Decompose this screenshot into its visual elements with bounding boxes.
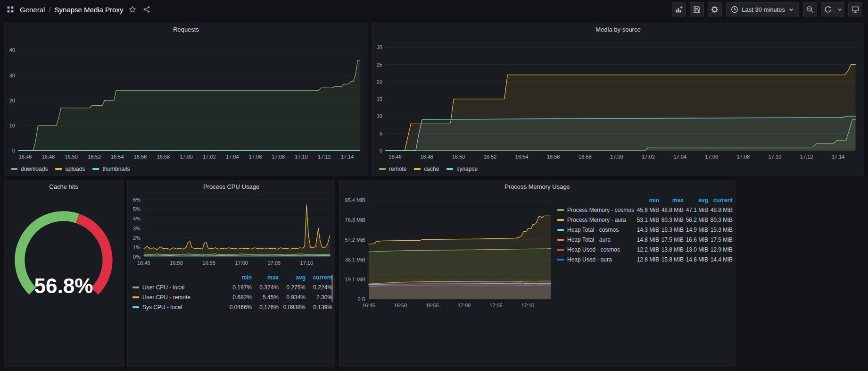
svg-text:16:55: 16:55	[426, 303, 439, 308]
svg-text:2%: 2%	[133, 235, 141, 241]
panel-requests: Requests 01020304016:4616:4816:5016:5216…	[4, 23, 368, 176]
legend-series-label[interactable]: User CPU - local	[132, 284, 225, 291]
legend-scrollbar[interactable]	[331, 275, 333, 302]
memory-legend-table: minmaxavgcurrentProcess Memory - cosmos4…	[557, 195, 733, 264]
svg-text:16:58: 16:58	[579, 154, 592, 160]
dashboard-title[interactable]: Synapse Media Proxy	[55, 6, 124, 14]
svg-text:17:12: 17:12	[800, 154, 813, 160]
svg-text:20: 20	[9, 98, 15, 103]
svg-text:17:00: 17:00	[458, 303, 471, 308]
zoom-out-button[interactable]	[803, 2, 817, 17]
legend-column-avg[interactable]: avg	[279, 274, 306, 281]
share-icon[interactable]	[142, 6, 151, 13]
legend-row: Sys CPU - local0.0466%0.176%0.0938%0.139…	[132, 302, 332, 312]
legend-column-avg[interactable]: avg	[684, 197, 708, 203]
memory-svg: 0 B19.1 MiB38.1 MiB57.2 MiB76.3 MiB95.4 …	[342, 192, 554, 311]
legend-value: 0.176%	[252, 304, 279, 311]
svg-text:16:48: 16:48	[42, 154, 55, 160]
svg-text:16:46: 16:46	[389, 154, 402, 160]
svg-text:95.4 MiB: 95.4 MiB	[345, 197, 365, 203]
legend-item[interactable]: synapse	[446, 166, 478, 172]
legend-label-text: Heap Used - aura	[567, 256, 612, 263]
legend-series-label[interactable]: Heap Total - aura	[557, 236, 635, 243]
legend-series-label[interactable]: Sys CPU - local	[132, 304, 225, 311]
legend-item[interactable]: downloads	[11, 166, 48, 172]
media-chart[interactable]: 05101520253016:4616:4816:5016:5216:5416:…	[372, 37, 864, 164]
legend-item[interactable]: thumbnails	[92, 166, 130, 172]
legend-column-current[interactable]: current	[306, 274, 332, 281]
panel-title[interactable]: Cache hits	[4, 180, 123, 194]
requests-svg: 01020304016:4616:4816:5016:5216:5416:561…	[4, 37, 368, 164]
svg-text:16:54: 16:54	[515, 154, 529, 160]
svg-text:17:08: 17:08	[737, 154, 750, 160]
save-dashboard-button[interactable]	[690, 2, 704, 17]
legend-item[interactable]: remote	[379, 166, 406, 172]
requests-chart[interactable]: 01020304016:4616:4816:5016:5216:5416:561…	[4, 37, 368, 164]
top-nav-bar: General / Synapse Media Proxy	[0, 0, 868, 19]
legend-value: 13.8 MiB	[659, 246, 684, 253]
legend-value: 0.197%	[225, 284, 252, 291]
breadcrumb-folder[interactable]: General	[20, 6, 45, 14]
legend-value: 0.682%	[225, 294, 252, 301]
legend-series-label[interactable]: Heap Used - aura	[557, 256, 635, 263]
legend-value: 5.45%	[252, 294, 279, 301]
legend-label: uploads	[65, 166, 85, 172]
cpu-chart[interactable]: 0%1%2%3%4%5%6%16:4516:5016:5517:0017:051…	[128, 193, 335, 268]
svg-text:17:02: 17:02	[203, 154, 216, 160]
legend-row: User CPU - remote0.682%5.45%0.934%2.30%	[132, 292, 332, 302]
star-icon[interactable]	[128, 6, 137, 13]
svg-text:16:58: 16:58	[157, 154, 170, 160]
legend-value: 0.0938%	[279, 304, 306, 311]
memory-chart[interactable]: 0 B19.1 MiB38.1 MiB57.2 MiB76.3 MiB95.4 …	[342, 192, 554, 311]
refresh-button[interactable]	[821, 2, 835, 17]
legend-value: 12.8 MiB	[635, 256, 659, 263]
svg-text:16:50: 16:50	[65, 154, 78, 160]
legend-column-max[interactable]: max	[659, 197, 684, 203]
svg-text:6%: 6%	[133, 197, 141, 202]
legend-series-label[interactable]: Process Memory - cosmos	[557, 207, 635, 213]
refresh-interval-dropdown[interactable]	[835, 2, 844, 17]
legend-row: Heap Used - cosmos12.2 MiB13.8 MiB13.0 M…	[557, 245, 733, 254]
legend-label-text: Heap Total - aura	[567, 236, 611, 243]
cache-hits-gauge[interactable]: 56.8%	[4, 194, 123, 354]
media-legend: remotecachesynapse	[379, 166, 478, 172]
svg-text:19.1 MiB: 19.1 MiB	[345, 277, 365, 282]
cycle-view-mode-button[interactable]	[848, 2, 862, 17]
legend-value: 14.8 MiB	[635, 236, 659, 243]
svg-text:0: 0	[380, 148, 382, 153]
legend-value: 48.8 MiB	[708, 207, 733, 213]
panel-process-cpu-usage: Process CPU Usage 0%1%2%3%4%5%6%16:4516:…	[127, 180, 335, 367]
legend-item[interactable]: cache	[414, 166, 439, 172]
legend-label: downloads	[21, 166, 48, 172]
legend-value: 15.3 MiB	[708, 227, 733, 233]
legend-column-current[interactable]: current	[708, 197, 733, 203]
legend-column-min[interactable]: min	[635, 197, 659, 203]
panel-title[interactable]: Process CPU Usage	[128, 180, 335, 194]
legend-column-max[interactable]: max	[252, 274, 279, 281]
legend-series-label[interactable]: User CPU - remote	[132, 294, 225, 301]
media-svg: 05101520253016:4616:4816:5016:5216:5416:…	[372, 37, 864, 164]
svg-text:10: 10	[377, 113, 382, 119]
legend-series-label[interactable]: Process Memory - aura	[557, 217, 635, 223]
dashboards-grid-icon[interactable]	[6, 6, 15, 13]
cpu-legend-table: minmaxavgcurrentUser CPU - local0.197%0.…	[132, 273, 332, 312]
dashboard-settings-gear-icon[interactable]	[708, 2, 722, 17]
panel-title[interactable]: Media by source	[372, 23, 864, 36]
svg-text:17:14: 17:14	[832, 154, 845, 160]
time-range-picker[interactable]: Last 30 minutes	[726, 2, 799, 17]
svg-text:17:06: 17:06	[249, 154, 262, 160]
svg-text:4%: 4%	[133, 216, 141, 221]
legend-value: 53.1 MiB	[635, 217, 659, 223]
add-panel-button[interactable]	[672, 2, 686, 17]
legend-value: 80.3 MiB	[659, 217, 684, 223]
legend-item[interactable]: uploads	[55, 166, 85, 172]
svg-text:17:10: 17:10	[769, 154, 782, 160]
legend-series-label[interactable]: Heap Used - cosmos	[557, 246, 635, 253]
legend-column-min[interactable]: min	[225, 274, 252, 281]
panel-title[interactable]: Requests	[4, 23, 368, 36]
legend-series-label[interactable]: Heap Total - cosmos	[557, 227, 635, 233]
svg-text:16:45: 16:45	[362, 303, 375, 308]
svg-text:16:50: 16:50	[394, 303, 407, 308]
svg-text:17:05: 17:05	[489, 303, 503, 308]
legend-value: 2.30%	[306, 294, 332, 301]
